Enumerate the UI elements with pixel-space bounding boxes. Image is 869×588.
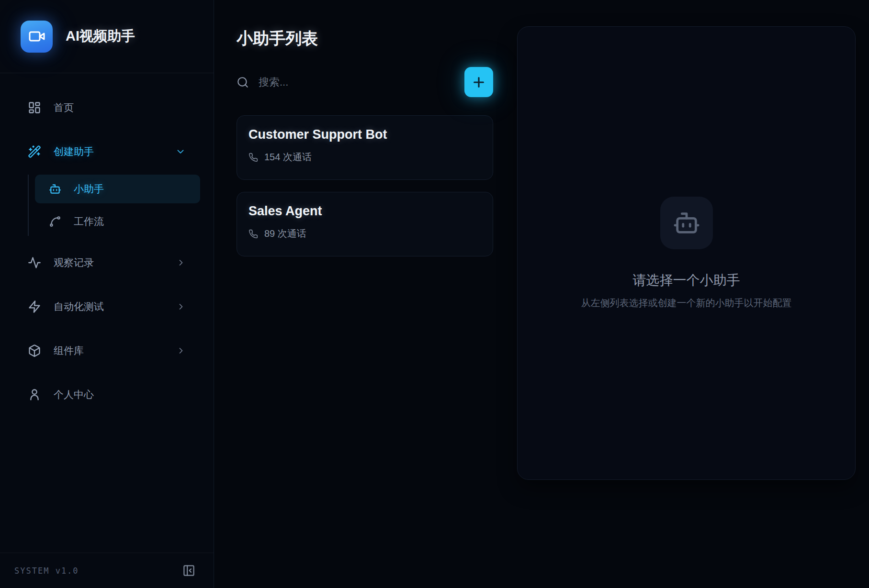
assistant-list-panel: 小助手列表 Customer Support Bot [214,0,517,588]
assistant-detail-panel: 请选择一个小助手 从左侧列表选择或创建一个新的小助手以开始配置 [517,26,856,480]
assistant-list-toolbar [237,67,493,97]
empty-state-title: 请选择一个小助手 [633,271,740,289]
workflow-icon [49,215,61,228]
sidebar-item-create-assistant[interactable]: 创建助手 [13,138,200,165]
sidebar-item-automation-test[interactable]: 自动化测试 [13,293,200,320]
assistant-meta: 89 次通话 [248,227,481,240]
assistant-meta: 154 次通话 [248,151,481,164]
box-icon [28,344,41,357]
assistant-call-count: 154 次通话 [264,151,312,164]
sidebar-header: AI视频助手 [0,0,214,73]
sidebar-item-profile[interactable]: 个人中心 [13,381,200,408]
chevron-right-icon [176,258,186,267]
sidebar-item-component-library[interactable]: 组件库 [13,337,200,364]
assistant-card[interactable]: Customer Support Bot 154 次通话 [237,115,493,180]
sidebar-item-label: 个人中心 [54,388,94,401]
assistant-name: Customer Support Bot [248,127,481,142]
sidebar-item-observe-records[interactable]: 观察记录 [13,249,200,276]
collapse-sidebar-button[interactable] [182,564,195,577]
sidebar-subitem-label: 工作流 [74,215,104,228]
phone-icon [248,153,258,162]
search-input[interactable] [259,76,464,89]
app-logo [21,21,53,53]
plus-icon [471,75,486,90]
sidebar-subitem-label: 小助手 [74,182,104,196]
wand-sparkles-icon [28,145,41,158]
assistant-call-count: 89 次通话 [264,227,306,240]
sidebar-item-label: 组件库 [54,344,84,357]
panel-collapse-icon [182,564,195,577]
create-assistant-submenu: 小助手 工作流 [28,175,200,236]
sidebar-footer: SYSTEM v1.0 [0,553,214,588]
sidebar-subitem-workflow[interactable]: 工作流 [35,207,200,236]
sidebar-subitem-assistants[interactable]: 小助手 [35,175,200,203]
sidebar-item-label: 首页 [54,101,74,114]
sidebar-item-label: 创建助手 [54,145,94,158]
assistant-name: Sales Agent [248,204,481,219]
sidebar-item-home[interactable]: 首页 [13,94,200,121]
dashboard-icon [28,101,41,114]
add-assistant-button[interactable] [464,67,493,97]
empty-state-icon-box [660,197,713,249]
empty-state: 请选择一个小助手 从左侧列表选择或创建一个新的小助手以开始配置 [581,197,792,310]
sidebar: AI视频助手 首页 创建助手 [0,0,214,588]
chevron-right-icon [176,346,186,355]
assistant-card[interactable]: Sales Agent 89 次通话 [237,192,493,256]
video-camera-icon [28,28,45,45]
system-version: SYSTEM v1.0 [14,566,79,576]
phone-icon [248,229,258,239]
chevron-down-icon [175,146,186,157]
activity-icon [28,256,41,269]
search-box [237,76,464,89]
bot-icon [49,183,61,195]
sidebar-item-label: 观察记录 [54,256,94,269]
user-icon [28,388,41,401]
bot-icon [673,209,700,237]
app-title: AI视频助手 [66,27,135,46]
search-icon [237,76,249,89]
empty-state-subtitle: 从左侧列表选择或创建一个新的小助手以开始配置 [581,297,792,310]
chevron-right-icon [176,302,186,311]
assistant-list: Customer Support Bot 154 次通话 Sales Agent [237,115,493,256]
page-title: 小助手列表 [237,28,493,50]
zap-icon [28,300,41,313]
sidebar-nav: 首页 创建助手 小助手 [0,73,214,408]
sidebar-item-label: 自动化测试 [54,300,104,313]
